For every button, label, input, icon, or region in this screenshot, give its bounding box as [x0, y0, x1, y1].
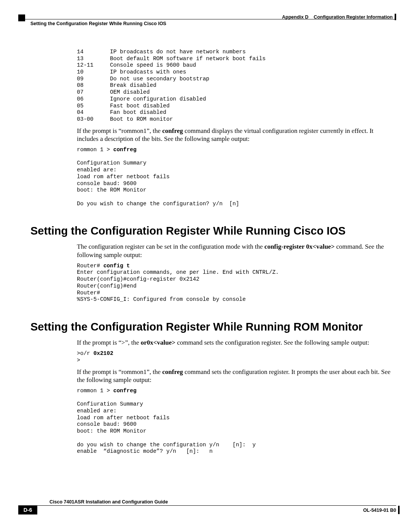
command: config t	[104, 263, 130, 269]
output: >	[77, 357, 80, 363]
page-footer: Cisco 7401ASR Installation and Configura…	[18, 498, 396, 517]
sample-output-rommon-set: rommon 1 > confreg Confiuration Summary …	[77, 388, 393, 455]
paragraph-or0x: If the prompt is “>”, the or0x<value> co…	[77, 339, 393, 347]
command-name: or0x	[141, 339, 153, 346]
header-section-title: Setting the Configuration Register While…	[30, 21, 166, 26]
appendix-title: Configuration Register Information	[314, 14, 393, 20]
prompt: Router#	[77, 263, 104, 269]
footer-doc-number: OL-5419-01 B0	[363, 508, 396, 513]
header-appendix: Appendix D Configuration Register Inform…	[282, 14, 393, 20]
command-name: confreg	[162, 368, 183, 375]
corner-marker-icon	[18, 14, 25, 21]
page-number: D-6	[24, 507, 32, 513]
paragraph-rommon-confreg-set: If the prompt is “rommon1”, the confreg …	[77, 368, 393, 384]
heading-setting-register-rommon: Setting the Configuration Register While…	[30, 321, 393, 333]
value-placeholder: <value>	[312, 243, 335, 250]
text: If the prompt is “rommon1”, the	[77, 127, 162, 134]
text: If the prompt is “>”, the	[77, 339, 141, 346]
footer-guide-title: Cisco 7401ASR Installation and Configura…	[49, 499, 168, 505]
sample-output-config-t: Router# config t Enter configuration com…	[77, 263, 393, 303]
command: 0x2102	[94, 350, 113, 356]
page-header: Appendix D Configuration Register Inform…	[18, 14, 393, 26]
page-number-box: D-6	[18, 505, 37, 514]
output: Enter configuration commands, one per li…	[77, 269, 279, 302]
command-name: confreg	[162, 127, 183, 134]
footer-rule	[18, 505, 396, 506]
value-placeholder: <value>	[153, 339, 175, 346]
text: If the prompt is “rommon1”, the	[77, 368, 162, 375]
text: The configuration register can be set in…	[77, 243, 264, 250]
output: Confiuration Summary enabled are: load r…	[77, 401, 256, 454]
paragraph-rommon-confreg-display: If the prompt is “rommon1”, the confreg …	[77, 127, 393, 143]
text: command sets the configuration register.…	[175, 339, 369, 346]
sample-output-or: >o/r 0x2102 >	[77, 350, 393, 364]
command-name: config-register 0x	[264, 243, 312, 250]
heading-setting-register-ios: Setting the Configuration Register While…	[30, 225, 393, 237]
sample-output-rommon-display: rommon 1 > confreg Configuration Summary…	[77, 147, 393, 207]
main-content: 14 IP broadcasts do not have network num…	[77, 49, 393, 455]
command: confreg	[113, 388, 137, 394]
output: Configuration Summary enabled are: load …	[77, 160, 239, 206]
command: confreg	[113, 147, 137, 153]
bits-table: 14 IP broadcasts do not have network num…	[77, 49, 393, 123]
appendix-label: Appendix D	[282, 14, 308, 20]
edge-bar-top-icon	[395, 14, 396, 20]
prompt: >o/r	[77, 350, 94, 356]
prompt: rommon 1 >	[77, 147, 113, 153]
paragraph-config-register: The configuration register can be set in…	[77, 243, 393, 259]
edge-bar-bottom-icon	[398, 506, 400, 514]
prompt: rommon 1 >	[77, 388, 113, 394]
